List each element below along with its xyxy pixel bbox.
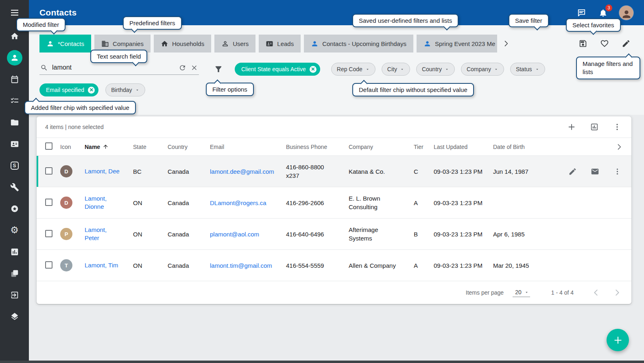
contact-name-link[interactable]: Lamont, Dee bbox=[85, 167, 120, 175]
favorites-star-icon[interactable] bbox=[0, 198, 29, 219]
manage-filters-pencil-icon[interactable] bbox=[621, 38, 631, 49]
table-row[interactable]: T Lamont, Tim ON Canada lamont.tim@gmail… bbox=[37, 250, 631, 281]
folder-icon[interactable] bbox=[0, 112, 29, 133]
default-filter-chips: Rep Code City Country Company bbox=[331, 63, 545, 76]
filter-chip-city[interactable]: City bbox=[382, 63, 410, 76]
row-checkbox[interactable] bbox=[45, 230, 52, 237]
select-all-checkbox[interactable] bbox=[45, 142, 52, 150]
column-header-company[interactable]: Company bbox=[345, 138, 410, 156]
filter-chip-status[interactable]: Status bbox=[510, 63, 545, 76]
calendar-icon[interactable] bbox=[0, 68, 29, 90]
filter-chip-client-state[interactable]: Client State equals Active ✕ bbox=[235, 63, 320, 76]
clear-search-icon[interactable] bbox=[190, 64, 198, 72]
remove-chip-icon[interactable]: ✕ bbox=[310, 66, 317, 73]
filter-chip-country[interactable]: Country bbox=[416, 63, 455, 76]
table-row[interactable]: D Lamont, Dee BC Canada lamont.dee@gmail… bbox=[37, 156, 631, 187]
column-header-icon[interactable]: Icon bbox=[57, 138, 81, 156]
email-link[interactable]: DLamont@rogers.ca bbox=[210, 199, 266, 206]
contact-name-link[interactable]: Lamont, Tim bbox=[85, 261, 118, 269]
sign-in-icon[interactable] bbox=[0, 284, 29, 306]
table-row[interactable]: D Lamont, Dionne ON Canada DLamont@roger… bbox=[37, 187, 631, 219]
contacts-icon[interactable] bbox=[0, 47, 29, 68]
filter-options-funnel-icon[interactable] bbox=[214, 65, 223, 74]
remove-chip-icon[interactable]: ✕ bbox=[88, 87, 95, 94]
home-icon bbox=[161, 40, 168, 48]
chart-view-icon[interactable] bbox=[589, 122, 600, 132]
tier-value: A bbox=[414, 199, 418, 206]
tags-icon[interactable] bbox=[0, 262, 29, 284]
callout-modified-filter: Modified filter bbox=[16, 18, 65, 31]
list-toolbar: 4 items | none selected bbox=[37, 116, 631, 138]
tab-spring-event-2023[interactable]: Spring Event 2023 Me bbox=[417, 35, 497, 52]
tier-value: A bbox=[414, 262, 418, 269]
column-header-state[interactable]: State bbox=[130, 138, 164, 156]
search-input[interactable] bbox=[52, 64, 175, 71]
row-kebab-menu-icon[interactable] bbox=[612, 166, 622, 177]
pagination: Items per page 20 1 - 4 of 4 bbox=[37, 281, 631, 304]
add-contact-fab[interactable] bbox=[607, 329, 629, 351]
notifications-icon[interactable]: 3 bbox=[598, 7, 609, 18]
column-header-dob[interactable]: Date of Birth bbox=[490, 138, 551, 156]
add-icon[interactable] bbox=[566, 122, 577, 132]
sort-ascending-icon bbox=[103, 144, 109, 150]
contact-card-icon[interactable] bbox=[0, 133, 29, 155]
more-tabs-chevron-icon[interactable] bbox=[501, 39, 511, 48]
favorites-heart-icon[interactable] bbox=[599, 38, 610, 49]
column-header-email[interactable]: Email bbox=[207, 138, 283, 156]
tab-contacts-upcoming-birthdays[interactable]: Contacts - Upcoming Birthdays bbox=[304, 35, 413, 52]
tier-value: C bbox=[414, 168, 418, 175]
contact-name-link[interactable]: Lamont, Dionne bbox=[85, 195, 121, 211]
tools-icon[interactable] bbox=[0, 176, 29, 198]
callout-select-favorites: Select favorites bbox=[566, 18, 621, 32]
column-header-phone[interactable]: Business Phone bbox=[283, 138, 345, 156]
tab-label: Households bbox=[172, 40, 204, 47]
country-value: Canada bbox=[168, 168, 189, 175]
chat-icon[interactable] bbox=[576, 7, 587, 18]
row-checkbox[interactable] bbox=[45, 261, 52, 269]
contact-name-link[interactable]: Lamont, Peter bbox=[85, 226, 121, 242]
previous-page-icon[interactable] bbox=[591, 287, 601, 298]
refresh-icon[interactable] bbox=[179, 64, 186, 72]
items-per-page-select[interactable]: 20 bbox=[513, 288, 530, 297]
layers-icon[interactable] bbox=[0, 306, 29, 327]
saved-list-person-icon bbox=[311, 40, 319, 48]
filter-chip-birthday[interactable]: Birthday bbox=[105, 83, 145, 96]
callout-added-chip: Added filter chip with specified value bbox=[24, 101, 136, 114]
email-link[interactable]: lamont.tim@gmail.com bbox=[210, 262, 272, 269]
filter-chip-company[interactable]: Company bbox=[461, 63, 504, 76]
edit-pencil-icon[interactable] bbox=[568, 166, 578, 177]
tab-contacts[interactable]: *Contacts bbox=[39, 35, 91, 52]
row-checkbox[interactable] bbox=[45, 167, 52, 175]
phone-value: 416-860-8800 x237 bbox=[286, 163, 330, 180]
callout-text-search-field: Text search field bbox=[90, 50, 147, 63]
row-checkbox[interactable] bbox=[45, 199, 52, 206]
search-field[interactable] bbox=[39, 64, 199, 75]
user-avatar[interactable] bbox=[619, 6, 633, 20]
tab-users[interactable]: Users bbox=[214, 35, 255, 52]
phone-value: 416-640-6496 bbox=[286, 230, 324, 238]
table-row[interactable]: P Lamont, Peter ON Canada plamont@aol.co… bbox=[37, 219, 631, 250]
email-envelope-icon[interactable] bbox=[590, 166, 600, 177]
email-link[interactable]: lamont.dee@gmail.com bbox=[210, 168, 274, 175]
column-header-name[interactable]: Name bbox=[81, 138, 130, 156]
sales-icon[interactable]: S bbox=[0, 155, 29, 176]
settings-gear-icon[interactable]: ⚙ bbox=[0, 219, 29, 241]
updated-value: 09-03-23 1:23 PM bbox=[434, 231, 482, 238]
window-bottom-edge bbox=[0, 361, 644, 363]
company-value: Allen & Company bbox=[349, 261, 396, 270]
filter-chip-rep-code[interactable]: Rep Code bbox=[331, 63, 375, 76]
next-page-icon[interactable] bbox=[612, 287, 622, 298]
filter-chip-email-specified[interactable]: Email specified ✕ bbox=[39, 83, 98, 96]
save-filter-icon[interactable] bbox=[578, 38, 588, 49]
tab-leads[interactable]: Leads bbox=[259, 35, 301, 52]
tab-households[interactable]: Households bbox=[154, 35, 211, 52]
app-window: S ⚙ Contacts bbox=[0, 0, 644, 363]
reports-chart-icon[interactable] bbox=[0, 241, 29, 262]
chevron-down-icon bbox=[535, 67, 539, 72]
email-link[interactable]: plamont@aol.com bbox=[210, 231, 259, 238]
more-columns-chevron-icon[interactable] bbox=[614, 142, 624, 152]
column-header-updated[interactable]: Last Updated bbox=[430, 138, 490, 156]
kebab-menu-icon[interactable] bbox=[612, 122, 622, 132]
column-header-tier[interactable]: Tier bbox=[410, 138, 430, 156]
column-header-country[interactable]: Country bbox=[164, 138, 207, 156]
